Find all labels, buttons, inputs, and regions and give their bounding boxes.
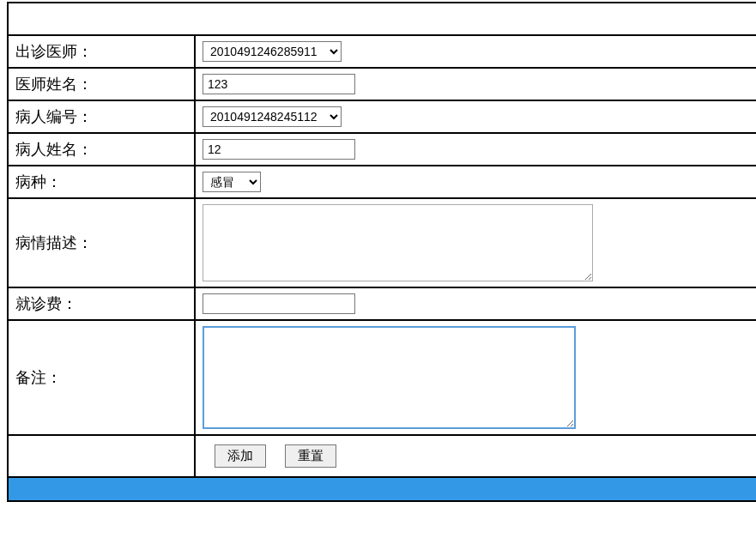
row-doctor-name: 医师姓名： — [8, 68, 756, 100]
fee-input[interactable] — [203, 293, 355, 314]
footer-cell — [8, 477, 756, 501]
cell-disease-type: 感冒 — [195, 166, 756, 198]
reset-button[interactable]: 重置 — [285, 444, 336, 468]
cell-buttons: 添加 重置 — [195, 435, 756, 477]
label-doctor-name: 医师姓名： — [8, 68, 195, 100]
cell-doctor-id: 2010491246285911 — [195, 35, 756, 68]
form-title: 添加就诊管理 — [8, 3, 756, 35]
form-container: 添加就诊管理 出诊医师： 2010491246285911 医师姓名： 病人编号… — [7, 2, 756, 502]
patient-name-input[interactable] — [203, 139, 355, 160]
row-patient-name: 病人姓名： — [8, 133, 756, 166]
row-buttons: 添加 重置 — [8, 435, 756, 477]
row-disease-type: 病种： 感冒 — [8, 166, 756, 198]
cell-remarks — [195, 320, 756, 435]
row-remarks: 备注： — [8, 320, 756, 435]
label-buttons-empty — [8, 435, 195, 477]
cell-patient-name — [195, 133, 756, 166]
label-doctor-id: 出诊医师： — [8, 35, 195, 68]
row-condition-desc: 病情描述： — [8, 198, 756, 287]
patient-id-select[interactable]: 2010491248245112 — [203, 106, 342, 127]
cell-condition-desc — [195, 198, 756, 287]
row-doctor-id: 出诊医师： 2010491246285911 — [8, 35, 756, 68]
label-patient-id: 病人编号： — [8, 100, 195, 133]
cell-fee — [195, 287, 756, 320]
label-fee: 就诊费： — [8, 287, 195, 320]
remarks-textarea[interactable] — [203, 326, 576, 429]
cell-patient-id: 2010491248245112 — [195, 100, 756, 133]
header-row: 添加就诊管理 — [8, 3, 756, 35]
visit-form-table: 添加就诊管理 出诊医师： 2010491246285911 医师姓名： 病人编号… — [7, 2, 756, 502]
footer-bar — [8, 477, 756, 501]
label-remarks: 备注： — [8, 320, 195, 435]
disease-type-select[interactable]: 感冒 — [203, 172, 261, 192]
label-condition-desc: 病情描述： — [8, 198, 195, 287]
label-patient-name: 病人姓名： — [8, 133, 195, 166]
cell-doctor-name — [195, 68, 756, 100]
doctor-id-select[interactable]: 2010491246285911 — [203, 41, 342, 62]
row-patient-id: 病人编号： 2010491248245112 — [8, 100, 756, 133]
row-fee: 就诊费： — [8, 287, 756, 320]
doctor-name-input[interactable] — [203, 74, 355, 94]
submit-button[interactable]: 添加 — [215, 444, 266, 468]
label-disease-type: 病种： — [8, 166, 195, 198]
condition-desc-textarea[interactable] — [203, 204, 593, 281]
